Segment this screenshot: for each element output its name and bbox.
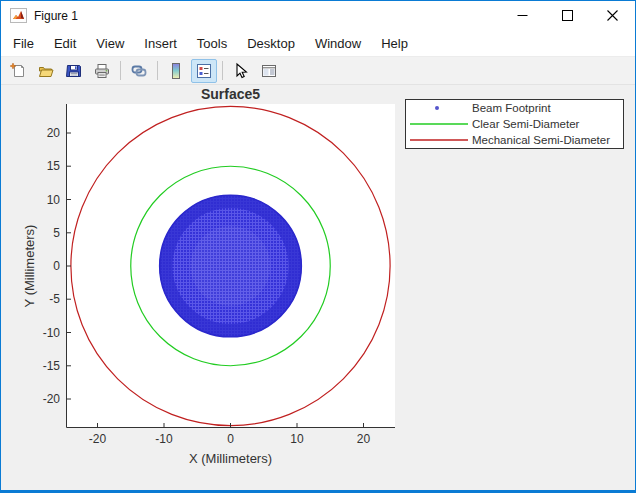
legend-box[interactable]: Beam Footprint Clear Semi-Diameter Mecha… [406, 100, 624, 149]
x-tick-labels: -20 -10 0 10 20 [89, 432, 371, 446]
x-axis-label: X (Millimeters) [189, 451, 272, 466]
y-tick-label: 20 [47, 126, 61, 140]
series-beam-footprint [160, 195, 302, 337]
x-tick-label: 10 [290, 432, 304, 446]
y-tick-label: -20 [43, 392, 61, 406]
menu-file[interactable]: File [3, 33, 44, 54]
legend-label-beam-footprint: Beam Footprint [472, 102, 551, 114]
x-tick-label: -10 [155, 432, 173, 446]
link-plot-icon [130, 62, 148, 80]
edit-plot-icon [232, 62, 250, 80]
print-figure-icon [93, 62, 111, 80]
maximize-icon [562, 10, 573, 21]
window-title: Figure 1 [34, 9, 500, 23]
minimize-button[interactable] [500, 1, 545, 30]
legend-marker-beam-footprint [435, 106, 439, 110]
matlab-logo-icon [10, 8, 27, 23]
y-axis-label: Y (Millimeters) [22, 225, 37, 308]
y-tick-label: 5 [53, 226, 60, 240]
close-button[interactable] [590, 1, 635, 30]
toolbar [1, 57, 635, 85]
toolbar-separator [157, 61, 158, 80]
property-editor-button[interactable] [256, 59, 282, 83]
menu-bar: File Edit View Insert Tools Desktop Wind… [1, 30, 635, 57]
y-tick-label: -10 [43, 326, 61, 340]
legend-label-mechanical-semi-diameter: Mechanical Semi-Diameter [472, 134, 610, 146]
new-figure-button[interactable] [5, 59, 31, 83]
minimize-icon [517, 10, 528, 21]
menu-edit[interactable]: Edit [44, 33, 86, 54]
y-tick-label: -15 [43, 359, 61, 373]
x-tick-label: -20 [89, 432, 107, 446]
menu-insert[interactable]: Insert [134, 33, 187, 54]
insert-legend-button[interactable] [191, 59, 217, 83]
insert-legend-icon [195, 62, 213, 80]
print-figure-button[interactable] [89, 59, 115, 83]
legend-label-clear-semi-diameter: Clear Semi-Diameter [472, 118, 580, 130]
maximize-button[interactable] [545, 1, 590, 30]
menu-help[interactable]: Help [371, 33, 418, 54]
title-bar[interactable]: Figure 1 [1, 1, 635, 30]
save-figure-button[interactable] [61, 59, 87, 83]
new-figure-icon [9, 62, 27, 80]
plot-title: Surface5 [201, 86, 260, 102]
x-tick-label: 20 [357, 432, 371, 446]
menu-view[interactable]: View [86, 33, 134, 54]
y-tick-label: 15 [47, 159, 61, 173]
x-tick-label: 0 [227, 432, 234, 446]
toolbar-separator [222, 61, 223, 80]
y-tick-labels: 20 15 10 5 0 -5 -10 -15 -20 [43, 126, 61, 406]
menu-tools[interactable]: Tools [187, 33, 237, 54]
property-editor-icon [260, 62, 278, 80]
menu-window[interactable]: Window [305, 33, 371, 54]
insert-colorbar-button[interactable] [163, 59, 189, 83]
open-file-button[interactable] [33, 59, 59, 83]
save-figure-icon [65, 62, 83, 80]
close-icon [607, 10, 618, 21]
open-file-icon [37, 62, 55, 80]
toolbar-separator [120, 61, 121, 80]
figure-canvas: 20 15 10 5 0 -5 -10 -15 -20 -20 -10 0 10… [1, 85, 635, 490]
y-tick-label: 0 [53, 259, 60, 273]
y-tick-label: 10 [47, 193, 61, 207]
menu-desktop[interactable]: Desktop [237, 33, 305, 54]
edit-plot-button[interactable] [228, 59, 254, 83]
y-tick-label: -5 [49, 292, 60, 306]
insert-colorbar-icon [167, 62, 185, 80]
figure-window: Figure 1 File Edit View Insert Tools Des… [0, 0, 636, 493]
plot-canvas: 20 15 10 5 0 -5 -10 -15 -20 -20 -10 0 10… [1, 85, 635, 490]
link-plot-button[interactable] [126, 59, 152, 83]
